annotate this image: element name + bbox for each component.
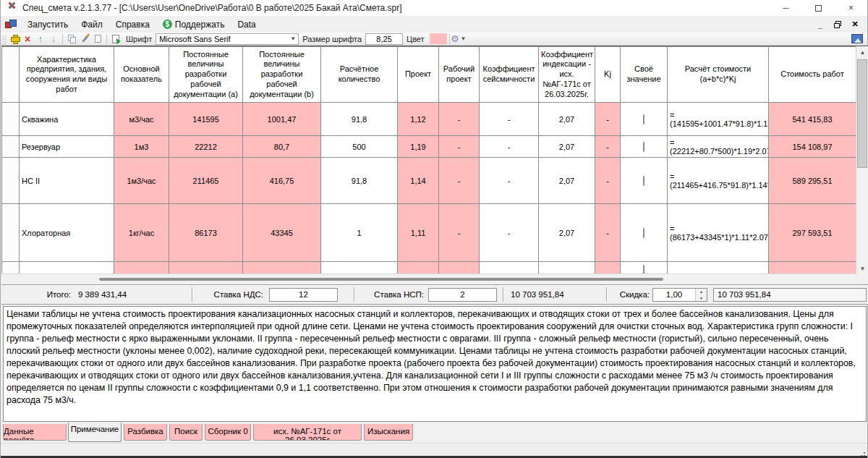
vertical-scrollbar[interactable]: ▲ ▼ [856, 46, 868, 274]
close-button[interactable]: × [835, 0, 867, 16]
mdi-restore-button[interactable] [830, 18, 846, 31]
tab-collection[interactable]: Сборник 0 [205, 424, 251, 441]
cell-kj[interactable]: - [595, 103, 621, 136]
scroll-down-icon[interactable]: ▼ [856, 263, 868, 274]
cell-cost[interactable]: 297 593,51 [769, 204, 856, 262]
cell-index-coef[interactable]: 2,07 [539, 103, 595, 136]
cell-cost[interactable]: 541 415,83 [769, 103, 856, 136]
vat-input[interactable]: 12 [269, 288, 338, 302]
cell-index-coef[interactable] [539, 262, 595, 275]
format-brush-button[interactable] [78, 33, 91, 45]
cell-a[interactable]: 86173 [169, 204, 243, 262]
move-down-button[interactable]: ↓ [47, 33, 60, 45]
cell-seismic[interactable]: - [480, 158, 539, 204]
cell-b[interactable]: 416,75 [243, 158, 321, 204]
menu-file[interactable]: Файл [75, 17, 109, 32]
delete-row-button[interactable]: × [21, 33, 34, 45]
custom-value-checkbox[interactable] [643, 176, 644, 186]
font-select[interactable]: Microsoft Sans Serif▼ [156, 33, 299, 45]
cell-qty[interactable]: 1 [321, 204, 398, 262]
color-swatch[interactable] [430, 33, 447, 44]
cell-name[interactable]: Скважина [20, 103, 114, 136]
font-size-input[interactable]: 8,25 [365, 33, 403, 45]
cell-seismic[interactable]: - [480, 204, 539, 262]
cell-kj[interactable] [595, 262, 621, 275]
row-selector[interactable] [2, 262, 20, 275]
cell-index-coef[interactable]: 2,07 [539, 204, 595, 262]
tab-surveys[interactable]: Изыскания [364, 424, 413, 441]
tab-letter-ag171[interactable]: исх. №АГ-171с от 26.03.2025г [253, 424, 362, 441]
discount-value[interactable]: 1,00 [653, 289, 695, 301]
settings-button[interactable]: ⚙▼ [452, 33, 465, 45]
cell-cost[interactable]: 154 108,97 [769, 136, 856, 158]
vertical-scroll-thumb[interactable] [857, 59, 867, 168]
paste-button[interactable] [91, 33, 104, 45]
cell-qty[interactable]: 500 [321, 136, 398, 158]
cell-unit[interactable] [114, 262, 169, 275]
tab-calc-data[interactable]: Данные расчёта [3, 424, 67, 441]
spinner-up-icon[interactable]: ▲ [696, 289, 707, 295]
cell-project[interactable]: 1,11 [398, 204, 439, 262]
cell-project[interactable]: 1,14 [398, 158, 439, 204]
maximize-button[interactable] [802, 0, 835, 16]
tab-search[interactable]: Поиск [169, 424, 203, 441]
cell-qty[interactable]: 91,8 [321, 103, 398, 136]
horizontal-scroll-thumb[interactable] [99, 278, 663, 281]
minimize-button[interactable]: ─ [770, 0, 802, 16]
cell-unit[interactable]: м3/час [114, 103, 169, 136]
cell-b[interactable] [243, 262, 321, 275]
cell-unit[interactable]: 1м3 [114, 136, 169, 158]
cell-name[interactable]: Резервуар [20, 136, 114, 158]
image-icon[interactable] [851, 34, 863, 43]
cell-seismic[interactable]: - [480, 136, 539, 158]
discount-spinner[interactable]: 1,00 ▲ ▼ [652, 288, 707, 302]
cell-formula[interactable]: =(22212+80.7*500)*1.19*2.07 [668, 136, 769, 158]
cell-formula[interactable] [668, 262, 769, 275]
cell-work-project[interactable]: - [439, 103, 480, 136]
nsp-input[interactable]: 2 [428, 288, 497, 302]
resize-grip[interactable] [864, 452, 865, 454]
menu-run[interactable]: Запустить [21, 17, 75, 32]
toolbar-grip[interactable] [2, 34, 6, 44]
cell-a[interactable] [169, 262, 243, 275]
cell-a[interactable]: 22212 [169, 136, 243, 158]
tab-note[interactable]: Примечание [68, 423, 122, 442]
cell-a[interactable]: 211465 [169, 158, 243, 204]
add-row-button[interactable] [8, 33, 21, 45]
cell-a[interactable]: 141595 [169, 103, 243, 136]
cell-project[interactable] [398, 262, 439, 275]
cell-work-project[interactable]: - [439, 204, 480, 262]
cell-project[interactable]: 1,12 [398, 103, 439, 136]
row-selector[interactable] [2, 136, 20, 158]
horizontal-scrollbar[interactable] [1, 273, 856, 284]
cell-kj[interactable]: - [595, 204, 621, 262]
row-selector[interactable] [2, 158, 20, 204]
cell-formula[interactable]: =(211465+416.75*91.8)*1.14*2.07 [668, 158, 769, 204]
cell-kj[interactable]: - [595, 136, 621, 158]
copy-button[interactable] [65, 33, 78, 45]
cell-name[interactable]: Хлораторная [20, 204, 114, 262]
custom-value-checkbox[interactable] [643, 142, 644, 152]
menu-support[interactable]: $Поддержать [156, 17, 231, 32]
cell-work-project[interactable]: - [439, 136, 480, 158]
cell-formula[interactable]: =(86173+43345*1)*1.11*2.07 [668, 204, 769, 262]
cell-work-project[interactable]: - [439, 158, 480, 204]
menu-data[interactable]: Data [231, 17, 262, 32]
row-selector[interactable] [2, 204, 20, 262]
mdi-close-button[interactable]: ✕ [847, 18, 863, 31]
custom-value-checkbox[interactable] [643, 228, 644, 238]
cell-cost[interactable] [769, 262, 856, 275]
row-selector[interactable] [2, 103, 20, 136]
cell-project[interactable]: 1,19 [398, 136, 439, 158]
cell-index-coef[interactable]: 2,07 [539, 158, 595, 204]
cell-b[interactable]: 1001,47 [243, 103, 321, 136]
cell-b[interactable]: 80,7 [243, 136, 321, 158]
note-textarea[interactable]: Ценами таблицы не учтена стоимость проек… [3, 306, 867, 422]
mdi-minimize-button[interactable]: _ [812, 18, 828, 31]
cell-name[interactable]: НС II [20, 158, 114, 204]
custom-value-checkbox[interactable] [643, 265, 644, 275]
cell-seismic[interactable] [480, 262, 539, 275]
cell-cost[interactable]: 589 295,51 [769, 158, 856, 204]
scroll-up-icon[interactable]: ▲ [856, 46, 868, 58]
cell-name[interactable] [20, 262, 114, 275]
